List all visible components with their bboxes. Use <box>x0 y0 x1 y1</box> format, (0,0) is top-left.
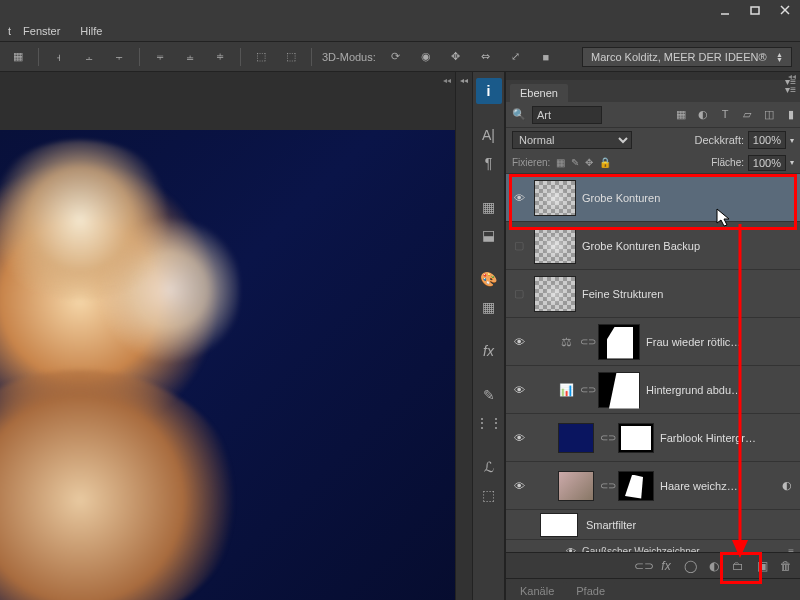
link-icon: ⊂⊃ <box>600 480 612 491</box>
window-minimize-button[interactable] <box>710 0 740 20</box>
blend-mode-select[interactable]: Normal <box>512 131 632 149</box>
layer-name[interactable]: Frau wieder rötlic… <box>646 336 741 348</box>
layer-row[interactable]: 👁 ⊂⊃ Farblook Hintergr… <box>506 414 800 462</box>
3d-pan-icon[interactable]: ✥ <box>446 47 466 67</box>
visibility-toggle[interactable]: 👁 <box>510 192 528 204</box>
layer-row[interactable]: 👁 📊 ⊂⊃ Hintergrund abdu… <box>506 366 800 414</box>
layer-mask-thumbnail[interactable] <box>598 324 640 360</box>
new-adjustment-icon[interactable]: ◐ <box>706 559 722 573</box>
smartfilter-row[interactable]: Smartfilter <box>506 510 800 540</box>
3d-camera-icon[interactable]: ■ <box>536 47 556 67</box>
layer-style-icon[interactable]: fx <box>658 559 674 573</box>
menu-hilfe[interactable]: Hilfe <box>72 23 110 39</box>
align-center-h-icon[interactable]: ⫠ <box>79 47 99 67</box>
panel-icon-3[interactable]: ℒ <box>476 454 502 480</box>
align-bottom-icon[interactable]: ⫩ <box>210 47 230 67</box>
add-mask-icon[interactable]: ◯ <box>682 559 698 573</box>
tab-kanaele[interactable]: Kanäle <box>510 582 564 600</box>
fill-label: Fläche: <box>711 157 744 168</box>
visibility-toggle[interactable]: 👁 <box>510 432 528 444</box>
character-panel-icon[interactable]: A| <box>476 122 502 148</box>
align-right-icon[interactable]: ⫟ <box>109 47 129 67</box>
opacity-input[interactable] <box>748 131 786 149</box>
tab-ebenen[interactable]: Ebenen <box>510 84 568 102</box>
panel-icon-2[interactable]: ⬓ <box>476 222 502 248</box>
brush-presets-icon[interactable]: ⋮⋮ <box>476 410 502 436</box>
opacity-label: Deckkraft: <box>694 134 744 146</box>
layer-thumbnail[interactable] <box>558 423 594 453</box>
paragraph-panel-icon[interactable]: ¶ <box>476 150 502 176</box>
filter-visibility-icon[interactable]: 👁 <box>566 546 576 553</box>
new-layer-icon[interactable]: ▣ <box>754 559 770 573</box>
3d-orbit-icon[interactable]: ⟳ <box>386 47 406 67</box>
fill-input[interactable] <box>748 155 786 171</box>
window-close-button[interactable] <box>770 0 800 20</box>
3d-scale-icon[interactable]: ⤢ <box>506 47 526 67</box>
filter-type-icon[interactable]: T <box>718 108 732 121</box>
visibility-toggle[interactable]: ▢ <box>510 287 528 300</box>
visibility-toggle[interactable]: 👁 <box>510 480 528 492</box>
layer-thumbnail[interactable] <box>558 471 594 501</box>
panel-icon-4[interactable]: ⬚ <box>476 482 502 508</box>
filter-pixel-icon[interactable]: ▦ <box>674 108 688 121</box>
filter-smart-icon[interactable]: ◫ <box>762 108 776 121</box>
layer-thumbnail[interactable] <box>534 276 576 312</box>
visibility-toggle[interactable]: ▢ <box>510 239 528 252</box>
filter-toggle-icon[interactable]: ▮ <box>788 108 794 121</box>
filter-mask-thumbnail[interactable] <box>540 513 578 537</box>
layer-name[interactable]: Grobe Konturen Backup <box>582 240 700 252</box>
layer-thumbnail[interactable] <box>534 180 576 216</box>
link-layers-icon[interactable]: ⊂⊃ <box>634 559 650 573</box>
layer-row[interactable]: 👁 ⚖ ⊂⊃ Frau wieder rötlic… <box>506 318 800 366</box>
layer-thumbnail[interactable] <box>534 228 576 264</box>
layer-mask-thumbnail[interactable] <box>618 471 654 501</box>
panel-icon-1[interactable]: ▦ <box>476 194 502 220</box>
3d-roll-icon[interactable]: ◉ <box>416 47 436 67</box>
tab-pfade[interactable]: Pfade <box>566 582 615 600</box>
lock-transparency-icon[interactable]: ▦ <box>556 157 565 168</box>
visibility-toggle[interactable]: 👁 <box>510 384 528 396</box>
distribute-h-icon[interactable]: ⬚ <box>251 47 271 67</box>
gauss-filter-row[interactable]: 👁 Gaußscher Weichzeichner ≡ <box>506 540 800 552</box>
visibility-toggle[interactable]: 👁 <box>510 336 528 348</box>
3d-slide-icon[interactable]: ⇔ <box>476 47 496 67</box>
delete-layer-icon[interactable]: 🗑 <box>778 559 794 573</box>
window-maximize-button[interactable] <box>740 0 770 20</box>
layer-row[interactable]: 👁 ⊂⊃ Haare weichz… ◐ <box>506 462 800 510</box>
filter-blend-icon[interactable]: ≡ <box>788 546 794 553</box>
swatches-panel-icon[interactable]: ▦ <box>476 294 502 320</box>
info-panel-icon[interactable]: i <box>476 78 502 104</box>
align-left-icon[interactable]: ⫞ <box>49 47 69 67</box>
layer-name[interactable]: Grobe Konturen <box>582 192 660 204</box>
panel-menu-icon[interactable]: ▾≡ <box>785 76 796 87</box>
layer-mask-thumbnail[interactable] <box>618 423 654 453</box>
tool-preset-icon[interactable]: ▦ <box>8 47 28 67</box>
layer-mask-thumbnail[interactable] <box>598 372 640 408</box>
panel-collapse-strip[interactable]: ◂◂ <box>455 72 473 600</box>
align-top-icon[interactable]: ⫧ <box>150 47 170 67</box>
lock-all-icon[interactable]: 🔒 <box>599 157 611 168</box>
link-icon: ⊂⊃ <box>600 432 612 443</box>
brush-panel-icon[interactable]: ✎ <box>476 382 502 408</box>
layer-name[interactable]: Farblook Hintergr… <box>660 432 756 444</box>
lock-position-icon[interactable]: ✥ <box>585 157 593 168</box>
layer-row[interactable]: ▢ Feine Strukturen <box>506 270 800 318</box>
lock-pixels-icon[interactable]: ✎ <box>571 157 579 168</box>
color-panel-icon[interactable]: 🎨 <box>476 266 502 292</box>
layer-name[interactable]: Feine Strukturen <box>582 288 663 300</box>
menu-fenster[interactable]: Fenster <box>15 23 68 39</box>
workspace-switcher[interactable]: Marco Kolditz, MEER DER IDEEN® ▲▼ <box>582 47 792 67</box>
layer-filter-dropdown[interactable] <box>532 106 602 124</box>
document-canvas[interactable] <box>0 130 455 600</box>
layer-row[interactable]: ▢ Grobe Konturen Backup <box>506 222 800 270</box>
layer-name[interactable]: Haare weichz… <box>660 480 738 492</box>
distribute-v-icon[interactable]: ⬚ <box>281 47 301 67</box>
styles-panel-icon[interactable]: fx <box>476 338 502 364</box>
filter-adjustment-icon[interactable]: ◐ <box>696 108 710 121</box>
menubar: t Fenster Hilfe <box>0 20 800 42</box>
align-center-v-icon[interactable]: ⫨ <box>180 47 200 67</box>
layer-name[interactable]: Hintergrund abdu… <box>646 384 742 396</box>
filter-shape-icon[interactable]: ▱ <box>740 108 754 121</box>
new-group-icon[interactable]: 🗀 <box>730 559 746 573</box>
layer-row[interactable]: 👁 Grobe Konturen <box>506 174 800 222</box>
